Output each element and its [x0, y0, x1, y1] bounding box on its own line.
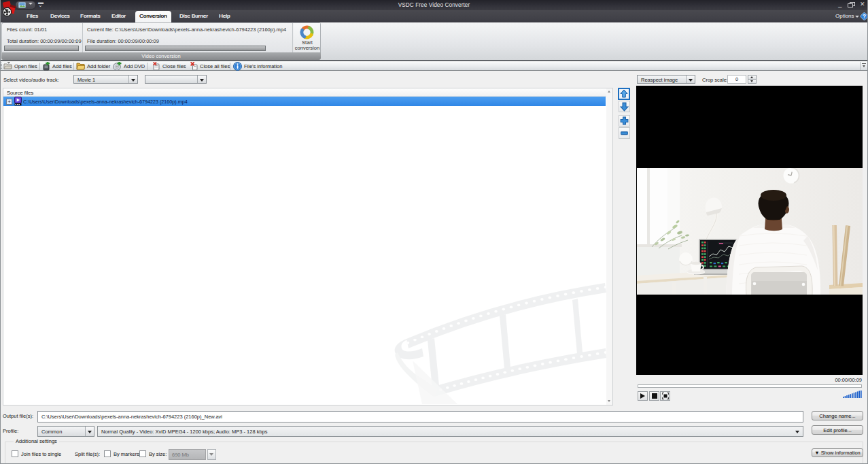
svg-text:?: ? — [863, 13, 866, 20]
